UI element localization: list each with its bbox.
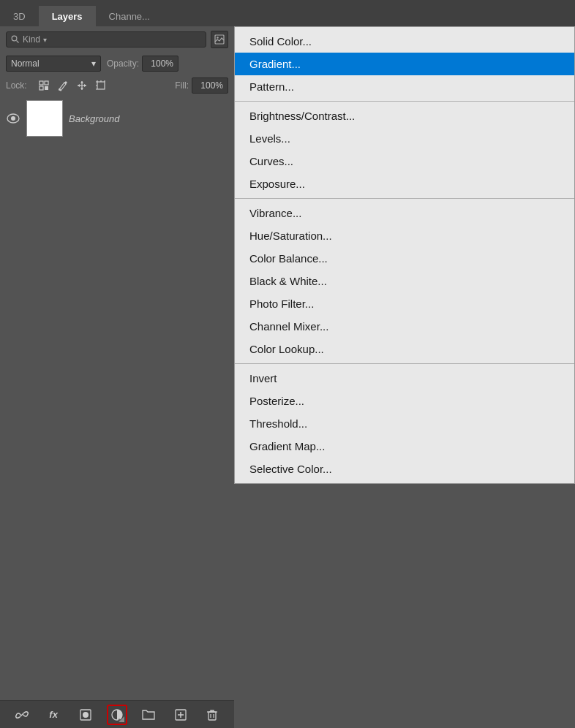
kind-chevron-icon: ▾ [43, 36, 47, 44]
filter-row: Kind ▾ [0, 26, 234, 53]
svg-rect-11 [97, 82, 105, 89]
menu-item-black-white[interactable]: Black & White... [235, 270, 574, 292]
fx-label: fx [49, 709, 58, 720]
fill-input[interactable]: 100% [192, 77, 228, 94]
menu-item-hue-saturation[interactable]: Hue/Saturation... [235, 224, 574, 247]
layer-row[interactable]: Background [0, 96, 234, 140]
search-icon [11, 35, 20, 44]
menu-item-threshold[interactable]: Threshold... [235, 412, 574, 435]
tab-3d[interactable]: 3D [0, 6, 39, 26]
lock-transparent-icon[interactable] [37, 79, 50, 92]
lock-position-icon[interactable] [75, 79, 89, 92]
adjustment-layer-menu: Solid Color... Gradient... Pattern... Br… [234, 26, 575, 484]
svg-line-1 [17, 41, 19, 43]
menu-item-brightness-contrast[interactable]: Brightness/Contrast... [235, 105, 574, 127]
lock-label: Lock: [6, 80, 27, 91]
blend-mode-select[interactable]: Normal ▾ [6, 56, 101, 72]
image-icon [214, 34, 225, 45]
svg-rect-6 [40, 86, 43, 90]
svg-rect-29 [208, 712, 216, 720]
fill-box: Fill: 100% [175, 77, 228, 94]
filter-type-icon[interactable] [211, 31, 228, 48]
add-layer-mask-button[interactable] [75, 705, 96, 725]
opacity-label: Opacity: [107, 58, 139, 69]
menu-item-solid-color[interactable]: Solid Color... [235, 30, 574, 53]
menu-item-vibrance[interactable]: Vibrance... [235, 202, 574, 224]
svg-rect-5 [45, 81, 48, 85]
svg-marker-25 [119, 716, 124, 722]
svg-rect-4 [40, 81, 43, 85]
tab-channels[interactable]: Channe... [96, 6, 163, 26]
fill-label: Fill: [175, 80, 189, 91]
opacity-input[interactable]: 100% [142, 56, 178, 72]
menu-item-gradient-map[interactable]: Gradient Map... [235, 435, 574, 458]
panel-container: Kind ▾ Normal ▾ Opacity: 100% [0, 26, 575, 728]
layer-thumbnail [26, 100, 63, 137]
menu-item-gradient[interactable]: Gradient... [235, 53, 574, 75]
kind-label: Kind [23, 34, 40, 45]
svg-point-3 [217, 37, 218, 38]
menu-separator-1 [235, 101, 574, 102]
new-fill-adjustment-layer-button[interactable] [107, 705, 127, 725]
svg-point-22 [83, 712, 89, 718]
lock-row: Lock: [0, 75, 234, 96]
create-new-layer-button[interactable] [170, 705, 191, 725]
kind-filter-dropdown[interactable]: Kind ▾ [6, 31, 206, 48]
menu-item-pattern[interactable]: Pattern... [235, 75, 574, 98]
layers-panel: Kind ▾ Normal ▾ Opacity: 100% [0, 26, 234, 728]
menu-item-posterize[interactable]: Posterize... [235, 390, 574, 412]
layers-toolbar: fx [0, 700, 234, 728]
tab-bar: 3D Layers Channe... [0, 0, 575, 26]
svg-point-8 [59, 88, 61, 91]
opacity-box: Opacity: 100% [107, 56, 228, 72]
create-group-button[interactable] [138, 705, 159, 725]
lock-artboard-icon[interactable] [94, 79, 108, 92]
menu-item-levels[interactable]: Levels... [235, 127, 574, 150]
svg-rect-7 [45, 86, 48, 90]
blend-chevron-icon: ▾ [91, 58, 96, 69]
menu-separator-2 [235, 198, 574, 199]
layer-visibility-icon[interactable] [6, 111, 20, 126]
menu-item-curves[interactable]: Curves... [235, 150, 574, 172]
menu-item-channel-mixer[interactable]: Channel Mixer... [235, 315, 574, 338]
layer-fx-button[interactable]: fx [43, 705, 64, 725]
menu-item-photo-filter[interactable]: Photo Filter... [235, 292, 574, 315]
lock-icons-group [37, 79, 108, 92]
lock-image-pixels-icon[interactable] [56, 79, 69, 92]
menu-item-color-balance[interactable]: Color Balance... [235, 247, 574, 270]
menu-separator-3 [235, 363, 574, 364]
tab-layers[interactable]: Layers [39, 6, 96, 26]
layer-name: Background [69, 113, 119, 124]
menu-item-color-lookup[interactable]: Color Lookup... [235, 338, 574, 360]
menu-item-exposure[interactable]: Exposure... [235, 172, 574, 195]
link-layers-button[interactable] [12, 705, 32, 725]
blend-mode-row: Normal ▾ Opacity: 100% [0, 53, 234, 75]
svg-point-19 [11, 116, 15, 121]
menu-item-selective-color[interactable]: Selective Color... [235, 458, 574, 480]
layer-list: Background [0, 96, 234, 728]
menu-item-invert[interactable]: Invert [235, 367, 574, 390]
delete-layer-button[interactable] [202, 705, 222, 725]
svg-point-0 [12, 36, 17, 41]
